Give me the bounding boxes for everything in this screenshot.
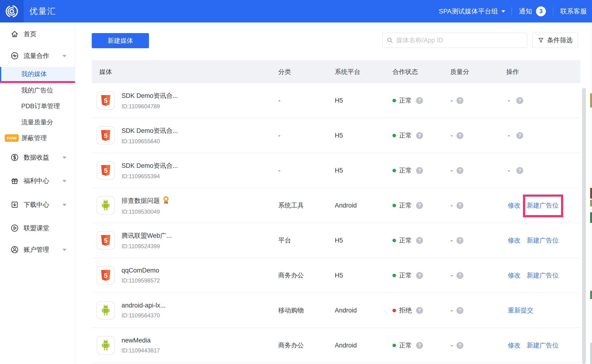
search-input[interactable] [396, 37, 523, 44]
sidebar-item-block-manage[interactable]: new屏蔽管理 [0, 131, 75, 145]
revenue-icon [10, 153, 19, 162]
sidebar-item-home[interactable]: 首页 [0, 27, 75, 41]
status-help-icon[interactable] [416, 97, 423, 104]
account-name: SPA测试媒体平台组 [439, 7, 498, 16]
status-help-icon[interactable] [416, 307, 423, 314]
table-row: SDK Demo资讯合... ID:1109655394 - H5 正常 - - [92, 153, 580, 188]
create-adunit-link[interactable]: 新建广告位 [527, 236, 559, 245]
sidebar-navigation: 首页流量合作我的媒体我的广告位PDB订单管理流量质量分new屏蔽管理数据收益福利… [0, 22, 75, 364]
table-row: qqComDemo ID:1109598572 商务办公 H5 正常 - 修改新… [92, 258, 580, 293]
quality-cell: - [450, 237, 506, 244]
sidebar-item-label: 我的广告位 [21, 86, 53, 95]
html5-icon [97, 91, 115, 110]
sidebar-item-download-center[interactable]: 下载中心 [0, 198, 75, 212]
ops-help-icon[interactable] [516, 132, 523, 139]
status-label: 正常 [399, 271, 412, 280]
sidebar-item-traffic-quality[interactable]: 流量质量分 [0, 115, 75, 129]
platform-cell: Android [335, 342, 392, 349]
quality-value: - [451, 307, 453, 314]
new-media-button[interactable]: 新建媒体 [92, 33, 149, 48]
status-dot [392, 204, 396, 207]
quality-help-icon[interactable] [456, 132, 464, 139]
app-title: 优量汇 [29, 0, 56, 22]
status-label: 正常 [399, 131, 412, 140]
status-help-icon[interactable] [416, 132, 423, 139]
media-name: SDK Demo资讯合... [122, 126, 178, 135]
create-adunit-link[interactable]: 新建广告位 [527, 271, 559, 280]
quality-value: - [451, 202, 453, 209]
modify-link[interactable]: 修改 [508, 271, 520, 280]
quality-help-icon[interactable] [456, 307, 464, 314]
filter-button[interactable]: 条件筛选 [533, 32, 578, 48]
html5-icon [97, 231, 115, 250]
ops-empty-value: - [508, 167, 510, 174]
category-cell: 商务办公 [278, 341, 335, 350]
sidebar-item-label: 数据收益 [24, 153, 49, 162]
chevron-down-icon [62, 55, 67, 58]
category-cell: 系统工具 [278, 201, 335, 210]
modify-link[interactable]: 修改 [508, 341, 520, 350]
vertical-scrollbar[interactable] [582, 88, 586, 364]
media-table: 媒体 分类 系统平台 合作状态 质量分 操作 SDK Demo资讯合... ID… [92, 60, 580, 363]
status-cell: 正常 [392, 166, 450, 175]
background-window-edge [590, 0, 592, 364]
annotation-highlight-box [523, 195, 563, 217]
ops-help-icon[interactable] [516, 167, 523, 174]
html5-icon [97, 126, 115, 145]
status-cell: 正常 [392, 96, 450, 105]
media-id: ID:1109524399 [122, 243, 172, 250]
status-help-icon[interactable] [416, 237, 423, 244]
sidebar-item-label: 流量合作 [24, 52, 49, 60]
status-label: 正常 [399, 96, 412, 105]
column-header-quality: 质量分 [450, 68, 506, 76]
platform-cell: H5 [335, 272, 392, 279]
topbar-right-group: SPA测试媒体平台组 通知 3 联系客服 [433, 0, 591, 22]
sidebar-item-welfare-center[interactable]: 福利中心 [0, 174, 75, 188]
operations-cell: 修改新建广告位 [506, 223, 580, 258]
table-row: SDK Demo资讯合... ID:1109655640 - H5 正常 - - [92, 118, 580, 153]
media-name: SDK Demo资讯合... [122, 162, 178, 170]
status-cell: 拒绝 [392, 306, 450, 315]
quality-help-icon[interactable] [456, 342, 464, 349]
media-cell: qqComDemo ID:1109598572 [92, 266, 278, 285]
media-cell: newMedia ID:1109443817 [92, 336, 278, 355]
status-help-icon[interactable] [416, 167, 423, 174]
sidebar-item-traffic-coop[interactable]: 流量合作 [0, 49, 75, 63]
create-adunit-link[interactable]: 新建广告位 [527, 341, 559, 350]
resubmit-link[interactable]: 重新提交 [508, 306, 533, 315]
category-cell: - [278, 97, 335, 104]
chevron-down-icon [62, 203, 67, 206]
media-id: ID:1109564370 [122, 312, 165, 319]
table-row: 排查数据问题 ID:1109530049 系统工具 Android 正常 - 修… [92, 188, 580, 223]
sidebar-item-my-adunits[interactable]: 我的广告位 [0, 83, 75, 98]
quality-help-icon[interactable] [456, 97, 464, 104]
quality-help-icon[interactable] [456, 237, 464, 244]
html5-icon [97, 161, 115, 180]
notifications-button[interactable]: 通知 3 [512, 6, 553, 16]
android-icon [97, 196, 115, 214]
sidebar-item-data-revenue[interactable]: 数据收益 [0, 150, 75, 164]
column-header-media: 媒体 [92, 68, 278, 76]
account-switcher[interactable]: SPA测试媒体平台组 [433, 7, 512, 16]
sidebar-item-pdb-orders[interactable]: PDB订单管理 [0, 99, 75, 113]
sidebar-item-alliance-course[interactable]: 联盟课堂 [0, 221, 75, 235]
quality-help-icon[interactable] [456, 272, 464, 279]
quality-help-icon[interactable] [456, 167, 464, 174]
ops-help-icon[interactable] [516, 97, 523, 104]
status-help-icon[interactable] [416, 202, 423, 209]
modify-link[interactable]: 修改 [508, 236, 520, 245]
table-row: SDK Demo资讯合... ID:1109604789 - H5 正常 - - [92, 83, 580, 118]
quality-value: - [451, 342, 453, 349]
sidebar-item-account-manage[interactable]: 账户管理 [0, 242, 75, 257]
status-help-icon[interactable] [416, 342, 423, 349]
sidebar-item-my-media[interactable]: 我的媒体 [0, 67, 75, 81]
sidebar-item-label: 屏蔽管理 [21, 134, 47, 142]
status-label: 正常 [399, 166, 412, 175]
platform-cell: H5 [335, 237, 392, 244]
status-help-icon[interactable] [416, 272, 423, 279]
status-dot [392, 344, 396, 347]
contact-support-link[interactable]: 联系客服 [553, 7, 591, 16]
quality-help-icon[interactable] [456, 202, 464, 209]
modify-link[interactable]: 修改 [508, 201, 520, 210]
media-id: ID:1109443817 [122, 347, 160, 354]
